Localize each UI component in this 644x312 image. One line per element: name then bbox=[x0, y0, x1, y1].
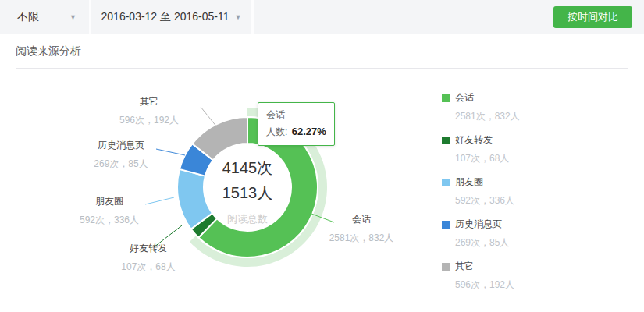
date-range-dropdown[interactable]: 2016-03-12 至 2016-05-11 ▼ bbox=[91, 0, 251, 34]
legend-item-moments: 朋友圈 592次，336人 bbox=[442, 176, 520, 204]
leader-line-moments bbox=[145, 197, 174, 204]
filter-toolbar: 不限 ▼ 2016-03-12 至 2016-05-11 ▼ 按时间对比 bbox=[0, 0, 644, 34]
leader-line-history-page bbox=[156, 149, 185, 155]
scope-filter-dropdown[interactable]: 不限 ▼ bbox=[0, 0, 89, 34]
legend-item-label: 历史消息页 bbox=[455, 218, 502, 231]
toolbar-divider bbox=[251, 0, 254, 34]
chart-legend: 会话 2581次，832人 好友转发 107次，68人 朋友圈 592次，336… bbox=[442, 91, 520, 302]
leader-line-other bbox=[201, 107, 217, 127]
caret-down-icon: ▼ bbox=[69, 12, 76, 21]
legend-item-value: 2581次，832人 bbox=[455, 110, 520, 123]
legend-item-label: 好友转发 bbox=[455, 133, 493, 147]
leader-line-friend-share bbox=[154, 225, 182, 247]
legend-color-swatch bbox=[442, 221, 450, 229]
legend-item-value: 592次，336人 bbox=[455, 194, 520, 207]
legend-item-value: 269次，85人 bbox=[455, 236, 520, 250]
legend-item-value: 107次，68人 bbox=[455, 152, 520, 165]
legend-item-value: 596次，192人 bbox=[455, 278, 520, 292]
legend-color-swatch bbox=[442, 263, 450, 271]
legend-item-label: 其它 bbox=[455, 260, 474, 273]
legend-color-swatch bbox=[442, 94, 450, 102]
tooltip-metric-label: 人数: bbox=[266, 126, 287, 137]
reading-source-donut-chart[interactable] bbox=[0, 70, 437, 312]
legend-item-label: 朋友圈 bbox=[455, 176, 483, 189]
legend-color-swatch bbox=[442, 179, 450, 186]
legend-item-friend-share: 好友转发 107次，68人 bbox=[442, 133, 520, 161]
section-title: 阅读来源分析 bbox=[16, 44, 81, 58]
legend-item-other: 其它 596次，192人 bbox=[442, 260, 520, 288]
legend-color-swatch bbox=[442, 136, 450, 144]
legend-item-history-page: 历史消息页 269次，85人 bbox=[442, 218, 520, 246]
date-range-label: 2016-03-12 至 2016-05-11 bbox=[101, 10, 229, 24]
legend-item-label: 会话 bbox=[455, 91, 474, 105]
caret-down-icon: ▼ bbox=[235, 12, 242, 21]
section-divider bbox=[16, 68, 628, 69]
legend-item-session: 会话 2581次，832人 bbox=[442, 91, 520, 119]
chart-tooltip: 会话 人数: 62.27% bbox=[258, 102, 335, 146]
compare-by-time-button[interactable]: 按时间对比 bbox=[553, 6, 632, 28]
tooltip-value: 62.27% bbox=[292, 126, 326, 137]
tooltip-series-name: 会话 bbox=[266, 108, 326, 122]
scope-filter-label: 不限 bbox=[17, 10, 39, 24]
